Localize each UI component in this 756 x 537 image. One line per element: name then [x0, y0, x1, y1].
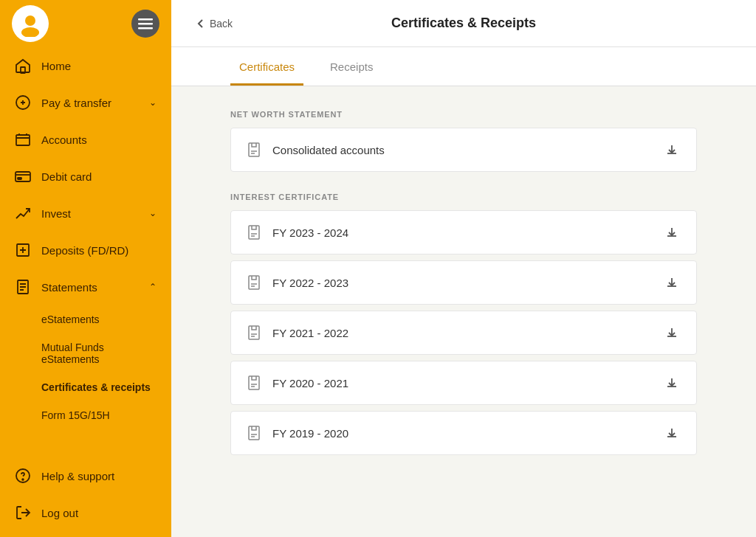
sidebar-item-label: Debit card	[41, 170, 92, 183]
sidebar-item-label: Pay & transfer	[41, 97, 111, 109]
sidebar-subitem-form15[interactable]: Form 15G/15H	[0, 401, 171, 429]
sidebar-item-statements[interactable]: Statements ⌃	[0, 268, 171, 305]
svg-rect-7	[16, 135, 30, 145]
svg-rect-19	[249, 426, 259, 440]
fy2021-item[interactable]: FY 2020 - 2021	[230, 361, 697, 405]
invest-icon	[15, 205, 31, 221]
sidebar-item-label: Help & support	[41, 470, 114, 482]
consolidated-label: Consolidated accounts	[272, 144, 662, 156]
pdf-icon	[246, 142, 262, 158]
svg-rect-2	[138, 18, 153, 21]
sidebar-item-label: Invest	[41, 207, 71, 220]
sidebar-item-logout[interactable]: Log out	[0, 494, 171, 531]
top-bar: Back Certificates & Receipts	[171, 0, 756, 47]
pdf-icon	[246, 425, 262, 441]
svg-rect-16	[249, 276, 259, 289]
sidebar-item-pay-transfer[interactable]: Pay & transfer ⌄	[0, 84, 171, 121]
statements-icon	[15, 279, 31, 295]
svg-rect-14	[249, 143, 259, 156]
svg-rect-4	[138, 27, 153, 30]
sidebar-item-label: Log out	[41, 507, 78, 519]
download-fy2122-button[interactable]	[662, 323, 681, 342]
fy2324-label: FY 2023 - 2024	[272, 226, 662, 239]
sidebar-item-label: Statements	[41, 281, 97, 294]
net-worth-section: NET WORTH STATEMENT Consolidated account…	[230, 110, 697, 172]
svg-rect-17	[249, 326, 259, 339]
fy2021-label: FY 2020 - 2021	[272, 377, 662, 389]
pdf-icon	[246, 375, 262, 391]
fy2122-item[interactable]: FY 2021 - 2022	[230, 311, 697, 355]
fy1920-label: FY 2019 - 2020	[272, 427, 662, 440]
download-fy1920-button[interactable]	[662, 423, 681, 443]
pdf-icon	[246, 325, 262, 341]
svg-rect-8	[16, 172, 30, 181]
tab-receipts[interactable]: Receipts	[321, 47, 382, 86]
svg-rect-18	[249, 376, 259, 389]
sidebar-subitem-estatements[interactable]: eStatements	[0, 305, 171, 333]
interest-cert-label: INTEREST CERTIFICATE	[230, 193, 697, 201]
sidebar-item-deposits[interactable]: Deposits (FD/RD)	[0, 232, 171, 268]
card-icon	[15, 168, 31, 184]
svg-rect-15	[249, 226, 259, 239]
fy2223-item[interactable]: FY 2022 - 2023	[230, 260, 697, 305]
sidebar-item-home[interactable]: Home	[0, 47, 171, 84]
svg-rect-3	[138, 23, 153, 25]
chevron-down-icon: ⌄	[149, 208, 157, 218]
sidebar-item-invest[interactable]: Invest ⌄	[0, 195, 171, 232]
consolidated-accounts-item[interactable]: Consolidated accounts	[230, 128, 697, 172]
page-title: Certificates & Receipts	[391, 15, 536, 31]
pdf-icon	[246, 224, 262, 240]
chevron-up-icon: ⌃	[149, 282, 157, 292]
back-label: Back	[210, 18, 233, 30]
fy1920-item[interactable]: FY 2019 - 2020	[230, 411, 697, 455]
sidebar-item-debit-card[interactable]: Debit card	[0, 158, 171, 195]
sidebar-header	[0, 0, 171, 47]
help-icon	[15, 468, 31, 484]
sidebar-item-accounts[interactable]: Accounts	[0, 121, 171, 158]
fy2122-label: FY 2021 - 2022	[272, 327, 662, 339]
sidebar-item-help[interactable]: Help & support	[0, 457, 171, 494]
back-button[interactable]: Back	[195, 18, 233, 30]
download-fy2223-button[interactable]	[662, 273, 681, 292]
tabs-bar: Certificates Receipts	[171, 47, 756, 86]
download-fy2324-button[interactable]	[662, 223, 681, 242]
main-area: Back Certificates & Receipts Certificate…	[171, 0, 756, 537]
fy2223-label: FY 2022 - 2023	[272, 277, 662, 289]
tab-certificates[interactable]: Certificates	[230, 47, 303, 86]
logout-icon	[15, 505, 31, 521]
net-worth-label: NET WORTH STATEMENT	[230, 110, 697, 119]
avatar	[12, 5, 49, 42]
content-area: Certificates Receipts NET WORTH STATEMEN…	[171, 47, 756, 537]
interest-cert-section: INTEREST CERTIFICATE FY 2023 - 2024 FY 2…	[230, 193, 697, 455]
pdf-icon	[246, 274, 262, 291]
sidebar-item-label: Deposits (FD/RD)	[41, 244, 128, 257]
sidebar: Home Pay & transfer ⌄ Accounts Debit car…	[0, 0, 171, 537]
nav-list: Home Pay & transfer ⌄ Accounts Debit car…	[0, 47, 171, 537]
svg-point-13	[22, 479, 24, 480]
deposits-icon	[15, 242, 31, 258]
svg-rect-9	[18, 178, 21, 179]
download-consolidated-button[interactable]	[662, 140, 681, 159]
accounts-icon	[15, 131, 31, 148]
download-fy2021-button[interactable]	[662, 373, 681, 392]
svg-point-1	[21, 27, 39, 37]
sidebar-item-label: Home	[41, 60, 71, 72]
fy2324-item[interactable]: FY 2023 - 2024	[230, 210, 697, 254]
sidebar-subitem-certificates[interactable]: Certificates & receipts	[0, 373, 171, 401]
sidebar-subitem-mf-estatements[interactable]: Mutual Funds eStatements	[0, 333, 171, 373]
sidebar-item-label: Accounts	[41, 134, 87, 146]
menu-button[interactable]	[131, 10, 159, 38]
svg-point-0	[25, 15, 35, 26]
chevron-down-icon: ⌄	[149, 97, 157, 108]
pay-icon	[15, 94, 31, 111]
home-icon	[15, 58, 31, 74]
